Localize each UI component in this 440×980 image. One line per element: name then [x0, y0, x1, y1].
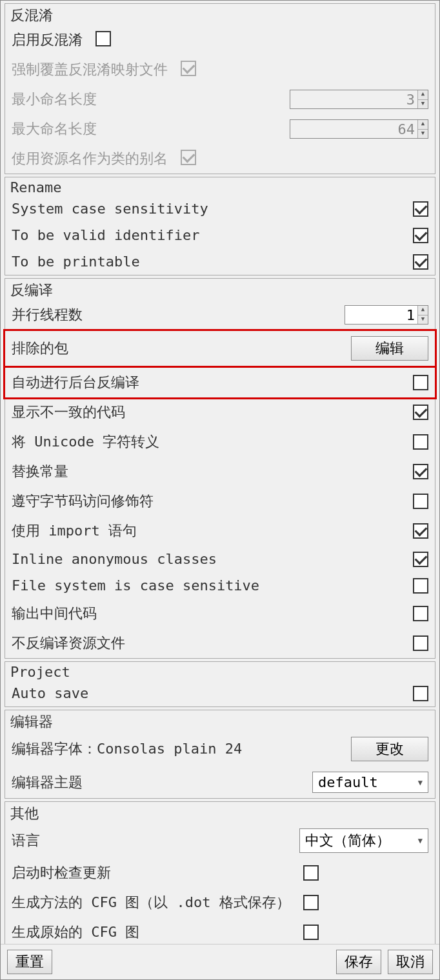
edit-excluded-button[interactable]: 编辑 — [351, 336, 428, 361]
checkbox-auto-bg[interactable] — [413, 375, 428, 390]
section-other: 其他 语言 中文（简体） ▼ 启动时检查更新 生成方法的 CFG 图（以 .do… — [5, 801, 435, 944]
label-force-overwrite: 强制覆盖反混淆映射文件 — [12, 60, 168, 79]
chevron-down-icon: ▼ — [418, 836, 423, 845]
chevron-down-icon: ▼ — [418, 778, 423, 787]
label-respect-access: 遵守字节码访问修饰符 — [12, 492, 154, 511]
label-threads: 并行线程数 — [12, 305, 83, 325]
save-button[interactable]: 保存 — [336, 950, 381, 974]
section-project: Project Auto save — [5, 661, 435, 707]
spinner-down-icon: ▼ — [418, 100, 428, 109]
spinner-min-len: 3 ▲▼ — [290, 90, 428, 109]
checkbox-case-sens[interactable] — [413, 201, 428, 217]
checkbox-replace-const[interactable] — [413, 464, 428, 479]
change-font-button[interactable]: 更改 — [351, 737, 428, 761]
section-title-deobf: 反混淆 — [5, 4, 435, 25]
checkbox-fs-case-sens[interactable] — [413, 578, 428, 594]
checkbox-check-update[interactable] — [303, 865, 319, 881]
checkbox-show-inconsistent[interactable] — [413, 405, 428, 420]
section-editor: 编辑器 编辑器字体：Consolas plain 24 更改 编辑器主题 def… — [5, 710, 435, 799]
spinner-threads[interactable]: 1 ▲▼ — [345, 305, 428, 325]
checkbox-force-overwrite — [181, 61, 196, 76]
checkbox-valid-id[interactable] — [413, 228, 428, 243]
checkbox-unicode-esc[interactable] — [413, 434, 428, 450]
spinner-down-icon[interactable]: ▼ — [418, 315, 428, 325]
label-gen-cfg-dot: 生成方法的 CFG 图（以 .dot 格式保存） — [12, 893, 290, 912]
checkbox-inline-anon[interactable] — [413, 552, 428, 567]
label-replace-const: 替换常量 — [12, 462, 68, 481]
cancel-button[interactable]: 取消 — [388, 950, 433, 974]
label-gen-cfg-raw: 生成原始的 CFG 图 — [12, 923, 139, 942]
label-excluded: 排除的包 — [12, 339, 68, 358]
select-language[interactable]: 中文（简体） ▼ — [299, 828, 428, 853]
label-no-decomp-res: 不反编译资源文件 — [12, 634, 125, 653]
section-decompile: 反编译 并行线程数 1 ▲▼ 排除的包 编辑 自动进行后台反编译 显示不一致的代… — [5, 278, 435, 659]
label-inline-anon: Inline anonymous classes — [12, 551, 217, 567]
checkbox-use-import[interactable] — [413, 523, 428, 539]
label-use-import: 使用 import 语句 — [12, 521, 137, 541]
label-check-update: 启动时检查更新 — [12, 863, 111, 883]
label-unicode-esc: 将 Unicode 字符转义 — [12, 432, 159, 452]
label-min-len: 最小命名长度 — [12, 90, 97, 109]
checkbox-respect-access[interactable] — [413, 494, 428, 509]
section-title-decomp: 反编译 — [5, 279, 435, 300]
section-rename: Rename System case sensitivity To be val… — [5, 177, 435, 275]
label-auto-save: Auto save — [12, 685, 88, 701]
section-title-other: 其他 — [5, 802, 435, 823]
label-output-intermediate: 输出中间代码 — [12, 604, 97, 623]
label-fs-case-sens: File system is case sensitive — [12, 577, 259, 594]
label-enable-deobf: 启用反混淆 — [12, 30, 83, 50]
spinner-max-len: 64 ▲▼ — [290, 119, 428, 139]
label-use-res-name: 使用资源名作为类的别名 — [12, 149, 168, 168]
checkbox-gen-cfg-raw[interactable] — [303, 925, 319, 940]
spinner-down-icon: ▼ — [418, 130, 428, 139]
checkbox-use-res-name — [181, 150, 196, 165]
label-max-len: 最大命名长度 — [12, 119, 97, 139]
label-editor-font: 编辑器字体：Consolas plain 24 — [12, 739, 242, 759]
label-valid-id: To be valid identifier — [12, 227, 199, 243]
section-title-project: Project — [5, 662, 435, 680]
label-show-inconsistent: 显示不一致的代码 — [12, 403, 125, 422]
section-title-rename: Rename — [5, 177, 435, 195]
checkbox-gen-cfg-dot[interactable] — [303, 895, 319, 910]
checkbox-auto-save[interactable] — [413, 686, 428, 701]
spinner-up-icon[interactable]: ▲ — [418, 306, 428, 315]
spinner-up-icon: ▲ — [418, 90, 428, 100]
spinner-up-icon: ▲ — [418, 120, 428, 130]
label-case-sens: System case sensitivity — [12, 201, 208, 217]
checkbox-enable-deobf[interactable] — [95, 31, 111, 46]
label-printable: To be printable — [12, 254, 140, 270]
checkbox-output-intermediate[interactable] — [413, 606, 428, 621]
label-editor-theme: 编辑器主题 — [12, 773, 83, 792]
section-title-editor: 编辑器 — [5, 710, 435, 732]
section-deobfuscation: 反混淆 启用反混淆 强制覆盖反混淆映射文件 最小命名长度 3 ▲▼ 最大命名长度… — [5, 3, 435, 174]
checkbox-no-decomp-res[interactable] — [413, 635, 428, 651]
label-language: 语言 — [12, 831, 40, 850]
select-theme[interactable]: default ▼ — [312, 772, 428, 793]
label-auto-bg: 自动进行后台反编译 — [12, 373, 139, 392]
checkbox-printable[interactable] — [413, 254, 428, 270]
footer: 重置 保存 取消 — [1, 944, 439, 979]
reset-button[interactable]: 重置 — [7, 950, 52, 974]
